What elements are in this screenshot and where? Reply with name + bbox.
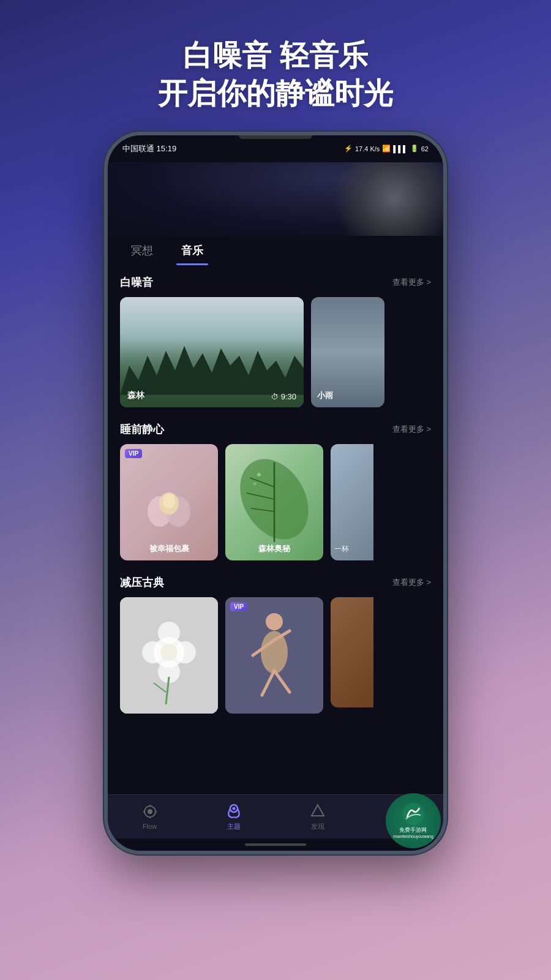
card-forest[interactable]: 森林 9:30 (120, 297, 304, 407)
card-classical-cutoff[interactable] (331, 597, 373, 707)
svg-point-22 (261, 631, 288, 674)
battery-text: 62 (421, 145, 429, 153)
card-cutoff-sleep[interactable]: 一杯 (331, 444, 373, 560)
svg-point-28 (148, 809, 152, 814)
bottom-spacer (120, 728, 431, 741)
tab-music[interactable]: 音乐 (176, 236, 208, 265)
signal-icon: ▌▌▌ (393, 145, 407, 153)
vip-badge-happiness: VIP (125, 449, 142, 458)
flower-svg (120, 597, 218, 714)
svg-point-10 (253, 482, 257, 485)
svg-marker-31 (312, 805, 324, 816)
home-indicator-bar (245, 843, 306, 846)
svg-point-33 (402, 803, 424, 825)
card-forest-mystery[interactable]: 森林奥秘 (225, 444, 323, 560)
home-indicator (108, 839, 443, 851)
svg-point-13 (158, 622, 180, 644)
sleep-calm-section: 睡前静心 查看更多 > VI (120, 422, 431, 560)
watermark: 免费手游网 mianfeishouyouwang (386, 793, 441, 848)
sleep-calm-title: 睡前静心 (120, 422, 164, 437)
classic-relax-section: 减压古典 查看更多 > (120, 575, 431, 714)
nav-item-discover[interactable]: 发现 (276, 802, 359, 831)
watermark-text: 免费手游网 mianfeishouyouwang (393, 826, 433, 840)
rain-label: 小雨 (317, 390, 333, 401)
phone-mockup: 中国联通 15:19 ⚡ 17.4 K/s 📶 ▌▌▌ 🔋 62 冥想 音乐 (104, 132, 447, 854)
svg-point-21 (266, 613, 283, 630)
forest-mystery-label: 森林奥秘 (231, 543, 317, 554)
white-noise-header: 白噪音 查看更多 > (120, 275, 431, 290)
discover-label: 发现 (311, 822, 324, 831)
clock-icon (271, 392, 279, 401)
speed-text: 17.4 K/s (355, 145, 380, 153)
white-noise-cards: 森林 9:30 小雨 (120, 297, 431, 407)
forest-duration: 9:30 (271, 392, 296, 401)
svg-point-9 (257, 473, 261, 477)
top-decoration (108, 162, 443, 236)
status-bar: 中国联通 15:19 ⚡ 17.4 K/s 📶 ▌▌▌ 🔋 62 (108, 135, 443, 162)
discover-icon (309, 802, 326, 820)
tab-meditate[interactable]: 冥想 (126, 236, 158, 265)
white-noise-section: 白噪音 查看更多 > 森林 9:30 (120, 275, 431, 407)
sleep-calm-cards: VIP 被幸福包裹 (120, 444, 431, 560)
hero-line2: 开启你的静谧时光 (158, 77, 393, 110)
status-icons: ⚡ 17.4 K/s 📶 ▌▌▌ 🔋 62 (344, 145, 429, 153)
theme-icon (225, 802, 242, 820)
flow-label: Flow (143, 823, 157, 830)
classic-relax-title: 减压古典 (120, 575, 164, 590)
flow-icon (141, 803, 159, 820)
carrier-text: 中国联通 15:19 (122, 143, 176, 154)
svg-point-30 (232, 807, 235, 810)
dancer-background (225, 597, 323, 714)
flower-background (120, 597, 218, 714)
classic-relax-cards: VIP (120, 597, 431, 714)
nav-item-theme[interactable]: 主题 (192, 802, 276, 831)
svg-point-17 (160, 644, 178, 661)
hero-section: 白噪音 轻音乐 开启你的静谧时光 (158, 37, 393, 113)
forest-background (120, 297, 304, 407)
svg-point-3 (163, 494, 175, 508)
dancer-svg (225, 597, 323, 714)
card-happiness[interactable]: VIP 被幸福包裹 (120, 444, 218, 560)
hero-line1: 白噪音 轻音乐 (183, 39, 367, 72)
white-noise-more[interactable]: 查看更多 > (392, 277, 431, 288)
sleep-calm-header: 睡前静心 查看更多 > (120, 422, 431, 437)
main-content: 白噪音 查看更多 > 森林 9:30 (108, 265, 443, 794)
classic-relax-header: 减压古典 查看更多 > (120, 575, 431, 590)
nav-item-flow[interactable]: Flow (108, 803, 192, 830)
card-dancer[interactable]: VIP (225, 597, 323, 714)
hands-svg (138, 478, 200, 527)
card-flower[interactable] (120, 597, 218, 714)
white-noise-title: 白噪音 (120, 275, 153, 290)
phone-frame: 中国联通 15:19 ⚡ 17.4 K/s 📶 ▌▌▌ 🔋 62 冥想 音乐 (104, 132, 447, 854)
happiness-label: 被幸福包裹 (126, 543, 212, 554)
forest-label: 森林 (127, 390, 144, 401)
sleep-calm-more[interactable]: 查看更多 > (392, 424, 431, 435)
classic-relax-more[interactable]: 查看更多 > (392, 577, 431, 588)
tab-bar: 冥想 音乐 (108, 236, 443, 265)
cutoff-label: 一杯 (334, 544, 349, 554)
phone-notch (239, 135, 312, 139)
wifi-icon: 📶 (382, 145, 391, 153)
vip-badge-dancer: VIP (230, 602, 247, 611)
battery-icon: 🔋 (410, 145, 419, 153)
speed-icon: ⚡ (344, 145, 353, 153)
card-rain[interactable]: 小雨 (311, 297, 384, 407)
theme-label: 主题 (227, 822, 241, 831)
